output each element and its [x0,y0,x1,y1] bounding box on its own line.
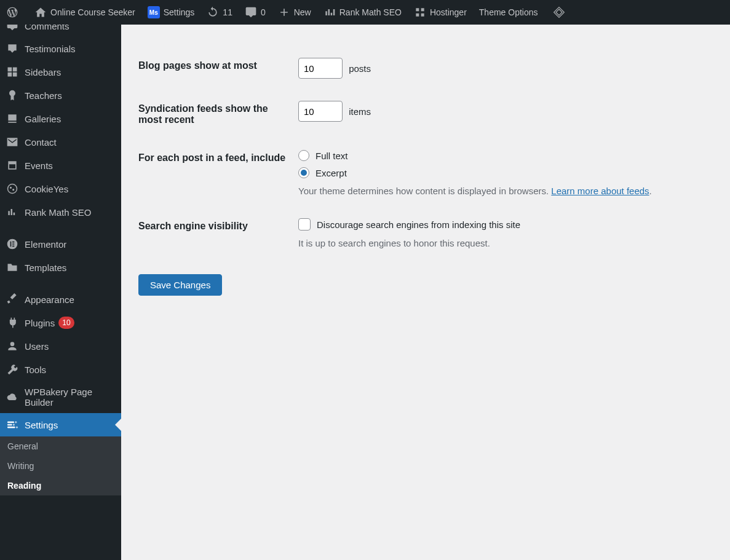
adminbar-site[interactable]: Online Course Seeker [28,0,141,25]
svg-point-1 [10,187,12,189]
input-blog-pages[interactable] [298,58,343,79]
brush-icon [5,293,20,306]
sidebar-item-wpbakery[interactable]: WPBakery Page Builder [0,381,121,413]
radio-excerpt-row[interactable]: Excerpt [298,167,713,178]
label-search-visibility: Search engine visibility [138,207,298,259]
sidebar-item-testimonials[interactable]: Testimonials [0,37,121,60]
label-syndication: Syndication feeds show the most recent [138,90,298,139]
elementor-icon [5,238,20,250]
sidebar-item-galleries[interactable]: Galleries [0,107,121,130]
settings-submenu: General Writing Reading [0,436,121,495]
radio-full-text-row[interactable]: Full text [298,150,713,161]
metrics-icon: Ms [148,6,160,18]
refresh-icon [207,6,219,18]
calendar-icon [5,159,20,172]
sidebar-item-sidebars[interactable]: Sidebars [0,60,121,84]
adminbar-wp-logo[interactable] [0,0,28,25]
sidebar-item-rankmath[interactable]: Rank Math SEO [0,200,121,224]
learn-more-feeds-link[interactable]: Learn more about feeds [551,186,649,196]
plugins-update-count: 10 [58,317,74,329]
home-icon [34,6,47,18]
adminbar-comments-count: 0 [261,7,266,17]
sidebar-item-cookieyes[interactable]: CookieYes [0,177,121,200]
bar-chart-icon [323,6,336,18]
adminbar-site-name: Online Course Seeker [50,7,135,17]
sidebar-item-elementor[interactable]: Elementor [0,232,121,256]
folder-icon [5,261,20,274]
sidebar-item-settings[interactable]: Settings [0,413,121,436]
save-changes-button[interactable]: Save Changes [138,274,222,296]
page-content: Blog pages show at most posts Syndicatio… [121,25,730,560]
label-feed-content: For each post in a feed, include [138,139,298,207]
diamond-icon [553,6,565,18]
submenu-writing[interactable]: Writing [0,456,121,476]
checkbox-discourage[interactable] [298,218,311,231]
comment-icon [5,25,20,31]
adminbar-new[interactable]: New [272,0,317,25]
bar-chart-icon [5,206,20,218]
adminbar-hostinger[interactable]: Hostinger [408,0,473,25]
feed-description: Your theme determines how content is dis… [298,186,713,196]
adminbar-rankmath-settings[interactable]: Ms Settings [141,0,201,25]
settings-form: Blog pages show at most posts Syndicatio… [138,47,713,259]
mail-icon [5,136,20,148]
admin-sidebar: Comments Testimonials Sidebars Teachers … [0,25,121,560]
svg-point-2 [13,189,14,191]
wordpress-icon [6,6,18,18]
gallery-icon [5,112,20,125]
sidebar-item-users[interactable]: Users [0,334,121,358]
cookie-icon [5,183,20,195]
suffix-items: items [349,106,371,117]
plug-icon [5,317,20,329]
search-visibility-note: It is up to search engines to honor this… [298,238,713,248]
sidebar-item-contact[interactable]: Contact [0,130,121,154]
adminbar-updates-count: 11 [223,7,232,17]
radio-excerpt[interactable] [298,167,309,178]
menu-separator [0,279,121,288]
svg-point-0 [8,184,17,194]
sidebar-item-templates[interactable]: Templates [0,256,121,279]
plus-icon [278,6,290,18]
wrench-icon [5,363,20,376]
suffix-posts: posts [349,63,371,74]
submenu-general[interactable]: General [0,436,121,456]
hostinger-icon [414,6,426,18]
menu-separator [0,224,121,232]
grid-icon [5,66,20,78]
adminbar-diamond[interactable] [547,0,571,25]
sidebar-item-comments[interactable]: Comments [0,25,121,37]
sidebar-item-plugins[interactable]: Plugins 10 [0,311,121,334]
adminbar: Online Course Seeker Ms Settings 11 0 Ne… [0,0,730,25]
testimonial-icon [5,42,20,55]
checkbox-discourage-row[interactable]: Discourage search engines from indexing … [298,218,713,231]
adminbar-theme-options[interactable]: Theme Options [473,0,544,25]
label-blog-pages: Blog pages show at most [138,47,298,90]
adminbar-rankmath[interactable]: Rank Math SEO [317,0,408,25]
award-icon [5,89,20,101]
comment-icon [245,6,257,18]
input-syndication[interactable] [298,101,343,122]
adminbar-comments[interactable]: 0 [239,0,272,25]
radio-full-text[interactable] [298,150,309,161]
user-icon [5,340,20,352]
submenu-reading[interactable]: Reading [0,476,121,495]
sliders-icon [5,419,20,431]
sidebar-item-appearance[interactable]: Appearance [0,288,121,311]
sidebar-item-tools[interactable]: Tools [0,358,121,381]
sidebar-item-events[interactable]: Events [0,154,121,177]
cloud-icon [5,391,20,403]
adminbar-updates[interactable]: 11 [200,0,239,25]
sidebar-item-teachers[interactable]: Teachers [0,84,121,107]
